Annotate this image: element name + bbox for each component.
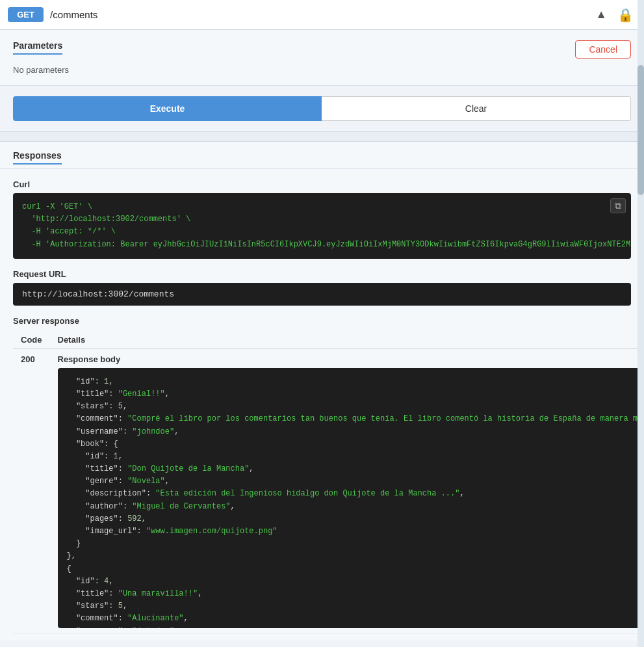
execute-button[interactable]: Execute [13,96,322,121]
responses-section-header: Responses [0,142,644,169]
scrollbar-track[interactable] [638,0,644,647]
response-body-code-block[interactable]: "id": 1, "title": "Genial!!", "stars": 5… [58,368,645,628]
api-header: GET /comments ▲ 🔒 [0,0,644,30]
action-buttons-row: Execute Clear [13,96,631,121]
lock-button[interactable]: 🔒 [615,6,636,24]
request-url-display: http://localhost:3002/comments [13,283,631,306]
clear-button[interactable]: Clear [322,96,631,121]
server-response-section: Server response Code Details 200 Respons… [0,316,644,640]
curl-section: Curl curl -X 'GET' \ 'http://localhost:3… [0,169,644,269]
curl-label: Curl [13,179,631,189]
request-url-section: Request URL http://localhost:3002/commen… [0,269,644,316]
cancel-button[interactable]: Cancel [575,40,631,59]
http-method-badge: GET [8,7,44,22]
curl-code-block: curl -X 'GET' \ 'http://localhost:3002/c… [13,193,631,259]
table-row: 200 Response body "id": 1, "title": "Gen… [13,349,644,633]
curl-copy-button[interactable]: ⧉ [610,198,626,213]
request-url-label: Request URL [13,269,631,279]
server-response-title: Server response [13,316,631,326]
details-column-header: Details [50,331,645,349]
endpoint-path: /comments [50,9,586,20]
responses-title: Responses [13,150,62,165]
code-column-header: Code [13,331,50,349]
scrollbar-thumb[interactable] [638,65,644,195]
no-parameters-text: No parameters [13,65,631,75]
collapse-button[interactable]: ▲ [593,7,610,23]
response-table: Code Details 200 Response body "id": 1, … [13,331,644,634]
divider [0,131,644,142]
parameters-section: Parameters Cancel No parameters [0,30,644,86]
parameters-title: Parameters [13,40,62,55]
response-body-label: Response body [58,354,645,364]
header-icons: ▲ 🔒 [593,6,636,24]
response-code-cell: 200 [13,349,50,633]
response-details-cell: Response body "id": 1, "title": "Genial!… [50,349,645,633]
parameters-header: Parameters Cancel [13,40,631,59]
response-body-container: Response body "id": 1, "title": "Genial!… [58,354,645,628]
